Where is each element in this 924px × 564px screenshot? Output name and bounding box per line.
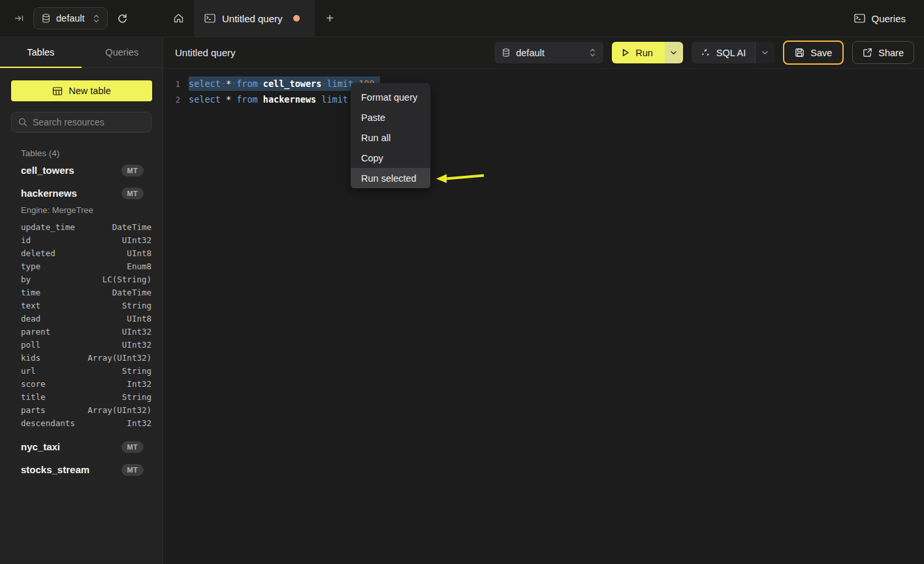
column-name: url <box>21 366 36 376</box>
home-icon <box>173 13 184 24</box>
column-type: Array(UInt32) <box>88 353 151 363</box>
toolbar-actions: default Run <box>494 41 914 65</box>
whitespace-dot: · <box>258 78 263 89</box>
tab-untitled-query[interactable]: Untitled query <box>194 0 315 37</box>
column-row: scoreInt32 <box>0 377 163 390</box>
menu-item-paste[interactable]: Paste <box>351 107 430 127</box>
run-button[interactable]: Run <box>612 42 665 63</box>
column-row: timeDateTime <box>0 286 163 299</box>
code-line: 1select·*·from·cell_towers·limit·100· <box>163 76 924 91</box>
database-selector[interactable]: default <box>33 7 108 29</box>
menu-item-format-query[interactable]: Format query <box>351 87 430 107</box>
home-tab[interactable] <box>163 0 194 37</box>
table-name: stocks_stream <box>21 464 89 475</box>
tab-strip: Untitled query + <box>163 0 854 37</box>
sql-ai-options-button[interactable] <box>755 42 774 63</box>
save-button[interactable]: Save <box>783 41 844 65</box>
run-options-button[interactable] <box>665 42 683 63</box>
toolbar-database-selector[interactable]: default <box>494 42 603 63</box>
column-name: poll <box>21 340 40 350</box>
column-row: byLC(String) <box>0 273 163 286</box>
line-number: 2 <box>163 95 180 105</box>
play-icon <box>622 48 629 57</box>
add-tab-button[interactable]: + <box>315 0 345 37</box>
menu-item-copy[interactable]: Copy <box>351 148 430 168</box>
menu-item-run-selected[interactable]: Run selected <box>351 168 430 188</box>
database-selector-value: default <box>56 13 85 24</box>
run-button-group: Run <box>612 42 683 63</box>
columns-list: update_timeDateTimeidUInt32deletedUInt8t… <box>0 220 163 429</box>
sql-token: from <box>236 94 258 105</box>
menu-item-run-all[interactable]: Run all <box>351 127 430 148</box>
query-title: Untitled query <box>175 47 236 58</box>
column-name: id <box>21 235 31 245</box>
context-menu: Format queryPasteRun allCopyRun selected <box>351 83 430 188</box>
collapse-sidebar-icon[interactable] <box>14 14 24 23</box>
sql-ai-button-group: SQL AI <box>692 42 774 63</box>
column-type: UInt8 <box>127 314 151 323</box>
sidebar-tab-queries-label: Queries <box>105 47 138 58</box>
column-type: LC(String) <box>103 274 151 284</box>
sql-ai-button[interactable]: SQL AI <box>692 42 755 63</box>
toolbar-database-value: default <box>516 48 545 58</box>
column-type: UInt32 <box>122 235 151 245</box>
code-line: 2select * from hackernews limit <box>163 91 924 107</box>
column-row: descendantsInt32 <box>0 416 163 429</box>
column-type: String <box>122 366 151 376</box>
queries-icon <box>854 14 865 23</box>
sql-editor[interactable]: 1select·*·from·cell_towers·limit·100·2se… <box>163 69 924 564</box>
column-name: parent <box>21 327 50 337</box>
share-button[interactable]: Share <box>852 41 914 64</box>
line-number: 1 <box>163 79 180 89</box>
sidebar-tab-tables[interactable]: Tables <box>0 37 82 67</box>
refresh-icon[interactable] <box>117 13 128 24</box>
column-row: deletedUInt8 <box>0 246 163 259</box>
whitespace-dot: · <box>221 78 226 89</box>
chevron-up-down-icon <box>93 14 99 23</box>
new-table-label: New table <box>69 86 110 96</box>
database-icon <box>42 14 50 23</box>
sql-token: cell_towers <box>263 78 321 89</box>
column-name: by <box>21 274 31 284</box>
sql-token: hackernews <box>263 94 316 105</box>
code-lines: 1select·*·from·cell_towers·limit·100·2se… <box>163 76 924 107</box>
column-type: String <box>122 301 151 310</box>
column-name: descendants <box>21 418 75 428</box>
column-type: UInt32 <box>122 327 151 337</box>
column-row: urlString <box>0 364 163 377</box>
new-table-button[interactable]: New table <box>11 80 152 101</box>
query-toolbar: Untitled query default <box>163 37 924 69</box>
search-input[interactable] <box>33 117 144 127</box>
column-name: parts <box>21 405 46 415</box>
engine-badge: MT <box>121 165 144 176</box>
engine-badge: MT <box>121 464 144 476</box>
column-name: kids <box>21 353 40 363</box>
unsaved-changes-dot <box>293 15 300 22</box>
column-row: update_timeDateTime <box>0 220 163 233</box>
whitespace-dot: · <box>231 78 236 89</box>
external-link-icon <box>863 48 872 58</box>
column-row: parentUInt32 <box>0 325 163 338</box>
queries-button[interactable]: Queries <box>854 13 906 24</box>
sql-token: * <box>226 94 231 105</box>
column-type: UInt8 <box>127 248 151 258</box>
table-row[interactable]: stocks_streamMT <box>0 459 163 480</box>
column-name: dead <box>21 314 40 323</box>
sql-token: from <box>236 78 258 89</box>
sql-token: * <box>226 78 231 89</box>
column-type: Enum8 <box>127 261 151 271</box>
table-row[interactable]: cell_towersMT <box>0 159 163 181</box>
save-button-label: Save <box>810 48 832 58</box>
table-row[interactable]: hackernewsMT <box>0 182 163 204</box>
tables-section-label: Tables (4) <box>21 148 163 158</box>
share-button-label: Share <box>878 48 904 58</box>
table-row[interactable]: nyc_taxiMT <box>0 436 163 457</box>
chevron-down-icon <box>762 51 768 55</box>
sidebar-tab-queries[interactable]: Queries <box>82 37 163 67</box>
column-row: titleString <box>0 390 163 403</box>
save-icon <box>795 48 805 58</box>
sql-token: select <box>189 94 221 105</box>
column-type: String <box>122 392 151 402</box>
column-type: DateTime <box>112 288 151 297</box>
sql-token: select <box>189 78 221 89</box>
